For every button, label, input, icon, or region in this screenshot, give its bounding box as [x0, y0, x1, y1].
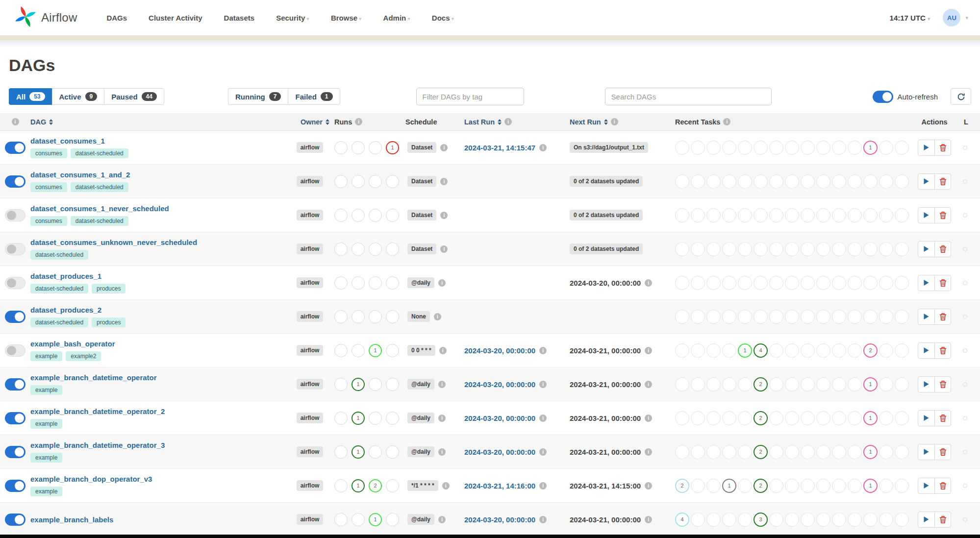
next-run-info-icon[interactable]: i — [645, 381, 652, 388]
task-status-circle-empty[interactable] — [832, 343, 846, 358]
trigger-dag-button[interactable] — [918, 343, 934, 358]
dag-tag[interactable]: dataset-scheduled — [71, 216, 128, 226]
task-status-circle-empty[interactable] — [785, 513, 799, 527]
dag-name-link[interactable]: example_branch_dop_operator_v3 — [30, 475, 152, 483]
task-status-circle-empty[interactable] — [691, 377, 705, 391]
task-status-circle-success[interactable]: 4 — [754, 343, 768, 358]
task-status-circle-empty[interactable] — [801, 513, 815, 527]
last-run-info-icon[interactable]: i — [539, 482, 547, 489]
task-status-circle-empty[interactable] — [738, 208, 752, 222]
task-status-circle-empty[interactable] — [706, 411, 721, 425]
task-status-circle-empty[interactable] — [706, 208, 721, 222]
task-status-circle-empty[interactable] — [832, 479, 846, 493]
last-run-info-icon[interactable]: i — [539, 516, 547, 523]
task-status-circle-empty[interactable] — [832, 208, 846, 222]
task-status-circle-empty[interactable] — [675, 276, 689, 290]
task-status-circle-empty[interactable] — [691, 310, 705, 324]
task-status-circle-empty[interactable] — [816, 208, 830, 222]
owner-badge[interactable]: airflow — [297, 345, 324, 356]
dag-tag[interactable]: consumes — [30, 148, 67, 158]
task-status-circle-empty[interactable] — [785, 174, 799, 189]
utc-clock[interactable]: 14:17 UTC▾ — [890, 14, 930, 22]
task-status-circle-empty[interactable] — [895, 445, 909, 459]
last-run-info-icon[interactable]: i — [539, 144, 547, 151]
dag-name-link[interactable]: dataset_consumes_1 — [30, 137, 105, 145]
task-status-circle-empty[interactable] — [848, 343, 862, 358]
delete-dag-button[interactable] — [934, 377, 951, 392]
last-run-link[interactable]: 2024-03-20, 00:00:00 — [464, 448, 535, 456]
task-status-circle-empty[interactable] — [895, 242, 909, 256]
task-status-circle-empty[interactable] — [801, 174, 815, 189]
nav-item-security[interactable]: Security▾ — [276, 14, 309, 22]
nav-item-cluster-activity[interactable]: Cluster Activity — [149, 14, 202, 22]
dag-pause-toggle[interactable] — [5, 277, 25, 289]
schedule-badge[interactable]: Dataset — [407, 210, 436, 220]
delete-dag-button[interactable] — [934, 444, 951, 460]
task-status-circle-empty[interactable] — [785, 377, 799, 391]
task-status-circle-empty[interactable] — [848, 141, 862, 155]
nav-item-dags[interactable]: DAGs — [106, 14, 127, 22]
dag-pause-toggle[interactable] — [5, 243, 25, 255]
run-status-circle-empty[interactable] — [334, 310, 348, 323]
nav-item-datasets[interactable]: Datasets — [224, 14, 255, 22]
dag-tag[interactable]: example — [30, 419, 62, 429]
column-header-next[interactable]: Next Runi — [570, 118, 675, 126]
dag-pause-toggle[interactable] — [5, 514, 25, 526]
toggle-info-icon[interactable]: i — [12, 118, 19, 125]
task-status-circle-empty[interactable] — [691, 445, 705, 459]
task-status-circle-empty[interactable] — [848, 208, 862, 222]
task-status-circle-empty[interactable] — [879, 377, 893, 391]
task-status-circle-empty[interactable] — [706, 310, 721, 324]
run-status-circle-empty[interactable] — [369, 310, 382, 323]
last-run-link[interactable]: 2024-03-20, 00:00:00 — [464, 346, 535, 355]
run-status-circle-success[interactable]: 1 — [352, 479, 365, 492]
task-status-circle-empty[interactable] — [816, 310, 830, 324]
schedule-badge[interactable]: @daily — [407, 514, 434, 525]
delete-dag-button[interactable] — [934, 275, 951, 291]
sort-icon[interactable] — [498, 119, 502, 125]
task-status-circle-empty[interactable] — [706, 174, 721, 189]
task-status-circle-empty[interactable] — [738, 310, 752, 324]
schedule-badge[interactable]: Dataset — [407, 142, 436, 153]
last-run-info-icon[interactable]: i — [539, 381, 547, 388]
schedule-badge[interactable]: 0 0 * * * — [407, 345, 435, 356]
task-status-circle-empty[interactable] — [895, 208, 909, 222]
task-status-circle-empty[interactable] — [801, 310, 815, 324]
run-status-circle-empty[interactable] — [386, 412, 399, 425]
task-status-circle-success[interactable]: 3 — [754, 513, 768, 527]
run-status-circle-empty[interactable] — [352, 513, 365, 526]
task-status-circle-empty[interactable] — [722, 242, 736, 256]
dag-tag[interactable]: produces — [92, 318, 126, 327]
task-status-circle-empty[interactable] — [691, 276, 705, 290]
task-status-circle-empty[interactable] — [785, 276, 799, 290]
dag-pause-toggle[interactable] — [5, 480, 25, 492]
next-run-info-icon[interactable]: i — [645, 347, 652, 354]
run-status-circle-empty[interactable] — [386, 479, 399, 492]
schedule-badge[interactable]: @daily — [407, 379, 434, 390]
run-status-circle-empty[interactable] — [386, 378, 399, 391]
run-status-circle-empty[interactable] — [334, 445, 348, 459]
task-status-circle-empty[interactable] — [785, 208, 799, 222]
run-status-circle-empty[interactable] — [369, 378, 382, 391]
run-status-circle-empty[interactable] — [369, 276, 382, 290]
task-status-circle-empty[interactable] — [706, 242, 721, 256]
next-run-dataset-badge[interactable]: On s3://dag1/output_1.txt — [570, 142, 648, 153]
task-status-circle-empty[interactable] — [801, 411, 815, 425]
task-status-circle-none[interactable]: 4 — [675, 513, 689, 527]
task-status-circle-empty[interactable] — [675, 343, 689, 358]
run-status-circle-empty[interactable] — [369, 445, 382, 459]
last-run-link[interactable]: 2024-03-21, 14:15:47 — [464, 144, 535, 152]
dag-tag[interactable]: example — [30, 351, 62, 361]
task-status-circle-empty[interactable] — [801, 479, 815, 493]
last-run-link[interactable]: 2024-03-20, 00:00:00 — [464, 380, 535, 389]
delete-dag-button[interactable] — [934, 343, 951, 358]
trigger-dag-button[interactable] — [918, 444, 934, 460]
task-status-circle-empty[interactable] — [722, 174, 736, 189]
dag-tag[interactable]: consumes — [30, 216, 67, 226]
refresh-button[interactable] — [951, 88, 971, 105]
dag-tag[interactable]: dataset-scheduled — [71, 148, 128, 158]
next-run-dataset-badge[interactable]: 0 of 2 datasets updated — [570, 244, 643, 254]
next-run-dataset-badge[interactable]: 0 of 2 datasets updated — [570, 176, 643, 187]
task-status-circle-empty[interactable] — [832, 513, 846, 527]
task-status-circle-empty[interactable] — [675, 208, 689, 222]
